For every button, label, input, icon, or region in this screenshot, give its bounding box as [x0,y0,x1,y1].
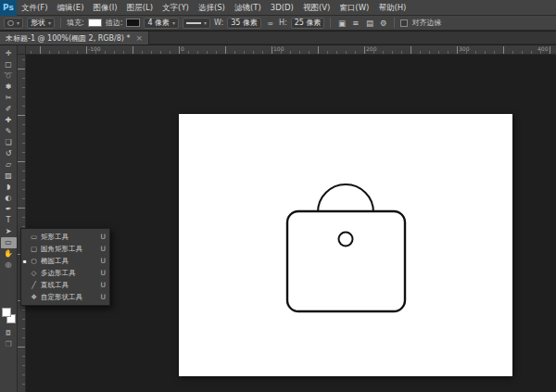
document-title: 未标题-1 @ 100%(椭圆 2, RGB/8) * [6,33,130,44]
hand-tool[interactable]: ✋ [1,248,17,259]
chevron-down-icon: ▾ [204,19,207,26]
stroke-type-dropdown[interactable]: ▾ [183,18,210,29]
stroke-line-preview [186,22,201,24]
stroke-label: 描边: [106,18,123,28]
vertical-ruler[interactable] [18,55,26,392]
stroke-color-swatch[interactable] [126,19,140,27]
flyout-item-rectangle-tool[interactable]: ▭ 矩形工具 U [21,231,109,243]
chevron-down-icon: ▾ [17,19,19,26]
marquee-tool[interactable]: ▢ [1,59,17,70]
flyout-item-shortcut: U [101,293,107,301]
stroke-width-field[interactable]: 4 像素 ▾ [144,18,179,29]
flyout-item-line-tool[interactable]: ╱ 直线工具 U [21,279,109,291]
menu-view[interactable]: 视图(V) [298,0,335,16]
menu-help[interactable]: 帮助(H) [373,0,411,16]
path-alignment-icon[interactable]: ≡ [350,19,360,28]
tool-mode-value: 形状 [31,18,45,28]
horizontal-ruler[interactable]: -100 0 100 200 300 400 [26,45,556,55]
menu-window[interactable]: 窗口(W) [335,0,373,16]
align-edges-checkbox[interactable] [400,19,408,27]
stroke-width-value: 4 像素 [147,18,170,28]
gradient-tool[interactable]: ▨ [1,171,17,182]
eraser-tool[interactable]: ▱ [1,159,17,171]
clone-stamp-tool[interactable]: ❏ [1,137,17,148]
pen-tool[interactable]: ✒ [1,204,17,215]
flyout-item-label: 直线工具 [41,281,98,290]
ruler-label: 400 [537,45,548,53]
flyout-item-shortcut: U [101,257,107,265]
fill-color-swatch[interactable] [88,19,102,27]
flyout-item-label: 自定形状工具 [41,293,98,302]
path-operations-icon[interactable]: ▣ [336,19,347,28]
shape-width-field[interactable]: 35 像素 [227,18,261,29]
menu-type[interactable]: 文字(Y) [158,0,194,16]
history-brush-tool[interactable]: ↺ [1,148,17,159]
crop-tool[interactable]: ✂ [1,93,17,104]
menu-image[interactable]: 图像(I) [89,0,122,16]
rounded-rectangle-tool-icon: ▢ [30,245,38,253]
divider [60,18,61,28]
align-edges-label: 对齐边缘 [411,18,441,28]
close-tab-icon[interactable]: × [135,33,143,43]
move-tool[interactable]: ✛ [1,48,17,59]
fill-label: 填充: [67,18,84,28]
menu-select[interactable]: 选择(S) [194,0,230,16]
menu-file[interactable]: 文件(F) [17,0,53,16]
menu-layer[interactable]: 图层(L) [122,0,158,16]
height-label: H: [279,19,287,27]
flyout-item-ellipse-tool[interactable]: ▪ ○ 椭圆工具 U [21,255,109,267]
tool-mode-dropdown[interactable]: 形状 ▾ [27,18,55,29]
document-canvas[interactable] [179,114,512,376]
link-dimensions-icon[interactable]: ∞ [265,19,275,28]
rectangle-tool-icon: ▭ [30,233,38,241]
flyout-item-custom-shape-tool[interactable]: ❖ 自定形状工具 U [21,291,109,303]
gear-icon[interactable]: ⚙ [378,19,388,28]
photoshop-window: Ps 文件(F) 编辑(E) 图像(I) 图层(L) 文字(Y) 选择(S) 滤… [0,0,556,392]
quick-selection-tool[interactable]: ✱ [1,82,17,93]
chevron-down-icon: ▾ [48,19,51,26]
shape-height-field[interactable]: 25 像素 [291,18,325,29]
path-arrange-icon[interactable]: ▤ [364,19,374,28]
custom-shape-tool-icon: ❖ [30,293,38,301]
options-bar: ○ ▾ 形状 ▾ 填充: 描边: 4 像素 ▾ ▾ W: 35 像素 ∞ H: … [0,16,556,31]
dodge-tool[interactable]: ◐ [1,193,17,204]
ruler-corner [18,45,26,55]
lock-body-rect [287,211,405,311]
quick-mask-icon[interactable]: ◘ [1,328,17,339]
zoom-tool[interactable]: ◎ [1,259,17,271]
healing-brush-tool[interactable]: ✚ [1,115,17,126]
tool-bar: ✛ ▢ ➰ ✱ ✂ ✐ ✚ ✎ ❏ ↺ ▱ ▨ ◗ ◐ ✒ T ➤ ▭ ✋ ◎ … [0,45,18,392]
ruler-label: 0 [181,45,184,53]
flyout-item-polygon-tool[interactable]: ◇ 多边形工具 U [21,267,109,279]
flyout-item-shortcut: U [101,245,107,253]
flyout-item-rounded-rectangle-tool[interactable]: ▢ 圆角矩形工具 U [21,243,109,255]
divider [394,18,395,28]
flyout-item-label: 椭圆工具 [41,257,98,266]
screen-mode-icon[interactable]: ❐ [1,339,17,350]
ruler-label: 200 [366,45,376,53]
width-label: W: [214,19,223,27]
path-selection-tool[interactable]: ➤ [1,226,17,237]
ellipse-tool-icon: ○ [30,257,38,265]
shape-tool[interactable]: ▭ [1,237,17,248]
foreground-color-swatch[interactable] [2,308,11,317]
shape-drawing [179,114,512,376]
brush-tool[interactable]: ✎ [1,126,17,137]
tool-preset-picker[interactable]: ○ ▾ [4,18,23,29]
ruler-label: 100 [273,45,284,53]
document-tab[interactable]: 未标题-1 @ 100%(椭圆 2, RGB/8) * × [0,32,149,44]
active-tool-marker: ▪ [22,258,27,264]
blur-tool[interactable]: ◗ [1,182,17,193]
eyedropper-tool[interactable]: ✐ [1,104,17,115]
menu-filter[interactable]: 滤镜(T) [230,0,266,16]
menu-3d[interactable]: 3D(D) [266,0,298,16]
flyout-item-shortcut: U [101,281,107,289]
menu-bar: Ps 文件(F) 编辑(E) 图像(I) 图层(L) 文字(Y) 选择(S) 滤… [0,0,556,16]
flyout-item-label: 圆角矩形工具 [41,245,98,254]
type-tool[interactable]: T [1,215,17,226]
ellipse-tool-icon: ○ [7,19,14,27]
flyout-item-label: 矩形工具 [41,233,98,242]
flyout-item-label: 多边形工具 [41,269,98,278]
menu-edit[interactable]: 编辑(E) [53,0,89,16]
lasso-tool[interactable]: ➰ [1,70,17,82]
